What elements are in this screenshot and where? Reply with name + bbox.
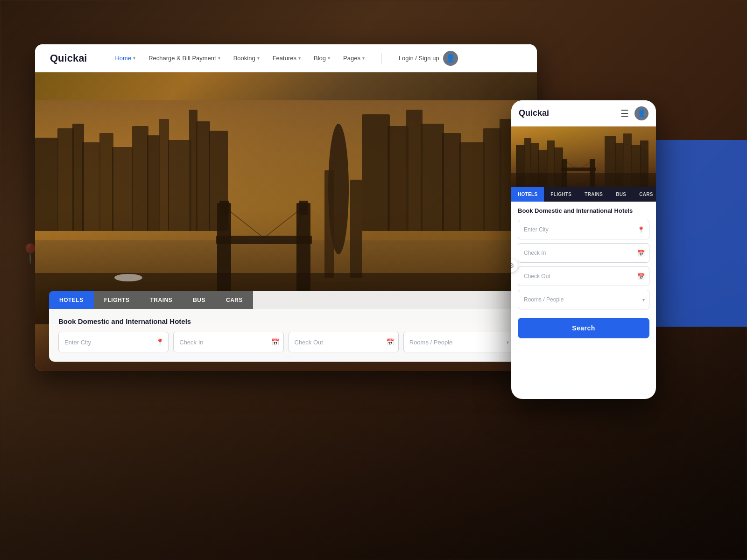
- mobile-booking-container: ⚙ HOTELS FLIGHTS TRAINS BUS CARS Book Do…: [511, 187, 656, 344]
- features-chevron-icon: ▾: [298, 56, 301, 61]
- svg-rect-10: [168, 140, 191, 231]
- mobile-hero: [511, 126, 656, 187]
- mobile-city-input[interactable]: [518, 220, 649, 239]
- svg-rect-19: [459, 142, 485, 231]
- desktop-tab-flights[interactable]: FLIGHTS: [94, 291, 140, 309]
- mobile-rooms-input[interactable]: [518, 290, 649, 309]
- desktop-city-field: 📍: [58, 332, 169, 352]
- user-icon: 👤: [446, 54, 455, 63]
- mobile-search-button[interactable]: Search: [518, 318, 649, 338]
- svg-rect-15: [388, 126, 409, 231]
- mobile-tab-flights[interactable]: FLIGHTS: [544, 187, 578, 202]
- mobile-logo: Quickai: [519, 108, 549, 118]
- mobile-checkin-input[interactable]: [518, 243, 649, 263]
- nav-login[interactable]: Login / Sign up 👤: [399, 51, 458, 66]
- mobile-tab-hotels[interactable]: HOTELS: [511, 187, 544, 202]
- desktop-booking-tabs: HOTELS FLIGHTS TRAINS BUS CARS: [49, 291, 523, 309]
- svg-rect-14: [362, 114, 390, 231]
- blog-chevron-icon: ▾: [328, 56, 330, 61]
- nav-pages[interactable]: Pages ▾: [343, 55, 365, 62]
- desktop-header: Quickai Home ▾ Recharge & Bill Payment ▾…: [35, 44, 537, 72]
- mobile-checkout-input[interactable]: [518, 266, 649, 286]
- mobile-tab-cars[interactable]: CARS: [633, 187, 656, 202]
- desktop-rooms-field: ▾: [403, 332, 514, 352]
- desktop-nav: Home ▾ Recharge & Bill Payment ▾ Booking…: [115, 51, 522, 66]
- svg-rect-9: [159, 119, 169, 231]
- svg-rect-6: [112, 147, 133, 231]
- nav-blog[interactable]: Blog ▾: [314, 55, 330, 62]
- desktop-tab-cars[interactable]: CARS: [216, 291, 253, 309]
- pages-chevron-icon: ▾: [362, 56, 365, 61]
- mobile-booking-title: Book Domestic and International Hotels: [518, 207, 649, 214]
- mobile-user-icon: 👤: [637, 109, 646, 118]
- desktop-checkin-field: 📅: [173, 332, 283, 352]
- nav-features[interactable]: Features ▾: [273, 55, 301, 62]
- mobile-checkin-field: 📅: [518, 243, 649, 263]
- desktop-booking-title: Book Domestic and International Hotels: [58, 317, 514, 325]
- mobile-city-field: 📍: [518, 220, 649, 239]
- mobile-checkout-field: 📅: [518, 266, 649, 286]
- svg-rect-5: [99, 133, 113, 231]
- mobile-mockup: Quickai ☰ 👤: [511, 100, 656, 399]
- desktop-booking-widget: HOTELS FLIGHTS TRAINS BUS CARS Book Dome…: [49, 291, 523, 362]
- desktop-mockup: Quickai Home ▾ Recharge & Bill Payment ▾…: [35, 44, 537, 371]
- svg-rect-34: [324, 170, 334, 278]
- booking-chevron-icon: ▾: [257, 56, 260, 61]
- desktop-checkout-input[interactable]: [289, 332, 399, 352]
- svg-rect-35: [350, 180, 362, 278]
- mobile-header-icons: ☰ 👤: [620, 106, 648, 120]
- desktop-checkin-input[interactable]: [173, 332, 283, 352]
- mobile-avatar[interactable]: 👤: [634, 106, 648, 120]
- svg-rect-8: [147, 135, 160, 231]
- desktop-hero: HOTELS FLIGHTS TRAINS BUS CARS Book Dome…: [35, 72, 537, 371]
- mobile-booking-tabs: HOTELS FLIGHTS TRAINS BUS CARS: [511, 187, 656, 202]
- svg-rect-7: [132, 126, 148, 231]
- desktop-avatar: 👤: [443, 51, 458, 66]
- desktop-checkout-field: 📅: [289, 332, 399, 352]
- svg-rect-16: [406, 110, 423, 231]
- nav-home[interactable]: Home ▾: [115, 55, 135, 62]
- mobile-booking-body: Book Domestic and International Hotels 📍…: [511, 202, 656, 344]
- svg-rect-1: [35, 138, 58, 231]
- svg-point-37: [114, 274, 142, 281]
- desktop-booking-body: Book Domestic and International Hotels 📍…: [49, 309, 523, 362]
- svg-rect-12: [196, 121, 210, 231]
- mobile-field-group: 📍 📅 📅 ▾: [518, 220, 649, 338]
- svg-rect-18: [442, 133, 461, 231]
- mobile-header: Quickai ☰ 👤: [511, 100, 656, 126]
- svg-rect-52: [561, 168, 596, 171]
- nav-divider: [381, 53, 382, 64]
- mobile-tab-bus[interactable]: BUS: [609, 187, 633, 202]
- recharge-chevron-icon: ▾: [218, 56, 220, 61]
- svg-rect-4: [82, 142, 100, 231]
- mobile-skyline: [511, 126, 656, 187]
- svg-rect-2: [57, 128, 74, 231]
- svg-rect-17: [421, 124, 444, 231]
- desktop-tab-hotels[interactable]: HOTELS: [49, 291, 94, 309]
- desktop-city-input[interactable]: [58, 332, 169, 352]
- desktop-rooms-input[interactable]: [403, 332, 514, 352]
- home-chevron-icon: ▾: [133, 56, 135, 61]
- nav-recharge[interactable]: Recharge & Bill Payment ▾: [148, 55, 220, 62]
- desktop-booking-fields: 📍 📅 📅 ▾: [58, 332, 514, 352]
- mobile-tab-trains[interactable]: TRAINS: [578, 187, 609, 202]
- desktop-logo: Quickai: [50, 52, 87, 64]
- svg-rect-20: [483, 128, 501, 231]
- hamburger-icon[interactable]: ☰: [620, 108, 629, 119]
- nav-booking[interactable]: Booking ▾: [233, 55, 260, 62]
- rooms-chevron-icon: ▾: [507, 340, 509, 345]
- mobile-rooms-chevron-icon: ▾: [642, 297, 645, 302]
- svg-rect-55: [511, 173, 656, 187]
- desktop-tab-trains[interactable]: TRAINS: [140, 291, 183, 309]
- mobile-rooms-field: ▾: [518, 290, 649, 309]
- desktop-tab-bus[interactable]: BUS: [183, 291, 216, 309]
